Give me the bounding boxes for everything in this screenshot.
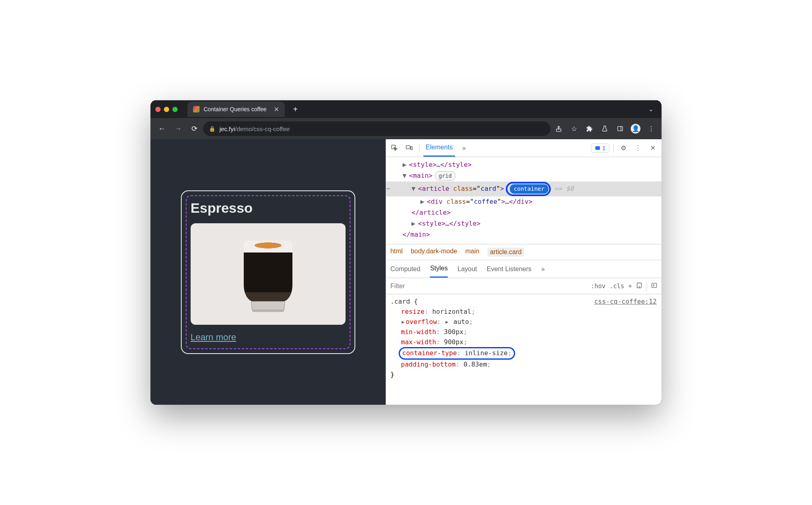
devtools-panel: Elements » 1 ⚙ ⋮ ✕ ▶ <style>…</style>	[386, 139, 662, 405]
collapse-icon[interactable]: ▼	[412, 184, 417, 194]
browser-tab[interactable]: Container Queries coffee ✕	[187, 101, 285, 117]
tab-event-listeners[interactable]: Event Listeners	[487, 260, 531, 278]
svg-rect-9	[652, 283, 657, 288]
css-declaration[interactable]: resize: horizontal;	[391, 307, 657, 317]
dom-node-article-close[interactable]: </article>	[386, 207, 662, 218]
css-declaration[interactable]: max-width: 900px;	[391, 337, 657, 347]
svg-point-8	[639, 287, 639, 287]
side-panel-icon[interactable]	[614, 122, 627, 135]
browser-toolbar: ← → ⟳ 🔒 jec.fyi/demo/css-cq-coffee ☆ 👤	[150, 118, 662, 139]
breadcrumb-main[interactable]: main	[465, 248, 479, 257]
bookmark-icon[interactable]: ☆	[567, 122, 580, 135]
tab-computed[interactable]: Computed	[391, 260, 421, 278]
dom-node-main[interactable]: ▼ <main> grid	[386, 170, 662, 181]
expand-icon[interactable]: ▶	[403, 160, 408, 170]
favicon-icon	[193, 106, 200, 112]
more-styles-tabs-icon[interactable]: »	[541, 260, 545, 278]
css-declaration[interactable]: min-width: 300px;	[391, 327, 657, 337]
card[interactable]: Espresso Learn more	[181, 190, 355, 354]
coffee-image	[191, 223, 346, 325]
container-badge[interactable]: container	[510, 184, 549, 194]
address-bar[interactable]: 🔒 jec.fyi/demo/css-cq-coffee	[203, 121, 550, 136]
lock-icon: 🔒	[209, 126, 215, 132]
back-button[interactable]: ←	[155, 121, 169, 136]
breadcrumb-article[interactable]: article.card	[488, 248, 524, 257]
settings-icon[interactable]: ⚙	[618, 142, 629, 154]
css-declaration[interactable]: padding-bottom: 0.83em;	[391, 360, 657, 370]
svg-rect-4	[406, 146, 410, 149]
breadcrumb-body[interactable]: body.dark-mode	[411, 248, 457, 257]
rendered-page: Espresso Learn more	[150, 139, 386, 405]
collapse-icon[interactable]: ▼	[403, 171, 408, 181]
inspect-icon[interactable]	[389, 142, 400, 154]
expand-icon[interactable]: ▶	[412, 219, 417, 229]
reload-button[interactable]: ⟳	[187, 121, 202, 136]
issues-count: 1	[602, 145, 606, 151]
tab-layout[interactable]: Layout	[458, 260, 477, 278]
css-declaration[interactable]: ▶overflow: ▶ auto;	[391, 317, 657, 327]
breadcrumb[interactable]: html body.dark-mode main article.card	[386, 244, 662, 260]
learn-more-link[interactable]: Learn more	[191, 332, 236, 343]
svg-rect-6	[595, 146, 600, 150]
styles-filter-bar: :hov .cls +	[386, 278, 662, 294]
profile-button[interactable]: 👤	[629, 122, 642, 135]
devtools-menu-icon[interactable]: ⋮	[632, 142, 644, 154]
url-path: /demo/css-cq-coffee	[235, 125, 290, 132]
close-window-icon[interactable]	[155, 107, 161, 112]
close-devtools-icon[interactable]: ✕	[647, 142, 658, 154]
minimize-window-icon[interactable]	[164, 107, 169, 112]
share-icon[interactable]	[552, 122, 565, 135]
dom-node-main-close[interactable]: </main>	[386, 229, 662, 240]
svg-rect-5	[410, 147, 412, 150]
expand-icon[interactable]: ▶	[421, 197, 426, 207]
more-tabs-icon[interactable]: »	[458, 142, 470, 154]
labs-icon[interactable]	[598, 122, 611, 135]
dom-node-style[interactable]: ▶ <style>…</style>	[386, 160, 662, 170]
device-rendering-icon[interactable]	[636, 282, 642, 290]
dom-tree[interactable]: ▶ <style>…</style> ▼ <main> grid ▼ <arti…	[386, 157, 662, 244]
browser-window: Container Queries coffee ✕ + ⌄ ← → ⟳ 🔒 j…	[150, 100, 662, 405]
tab-styles[interactable]: Styles	[430, 260, 448, 278]
svg-rect-1	[618, 127, 623, 131]
card-title: Espresso	[191, 200, 346, 216]
dom-node-article[interactable]: ▼ <article class="card"> container == $0	[386, 181, 662, 197]
elements-tab[interactable]: Elements	[423, 139, 455, 157]
computed-sidebar-icon[interactable]	[651, 282, 657, 290]
close-tab-icon[interactable]: ✕	[274, 106, 279, 113]
maximize-window-icon[interactable]	[172, 107, 178, 112]
avatar-icon: 👤	[631, 124, 640, 134]
issues-badge[interactable]: 1	[591, 143, 609, 153]
content-area: Espresso Learn more Elements »	[150, 139, 662, 405]
new-tab-button[interactable]: +	[289, 105, 302, 114]
extensions-icon[interactable]	[583, 122, 596, 135]
url-domain: jec.fyi	[219, 125, 235, 132]
container-badge-highlight: container	[506, 182, 551, 196]
hov-toggle[interactable]: :hov	[591, 283, 606, 290]
css-declaration[interactable]: container-type: inline-size;	[391, 347, 657, 360]
dom-node-div[interactable]: ▶ <div class="coffee">…</div>	[386, 196, 662, 207]
tab-strip: Container Queries coffee ✕ + ⌄	[150, 100, 662, 118]
window-controls	[155, 107, 178, 112]
styles-filter-input[interactable]	[386, 283, 591, 290]
devtools-toolbar: Elements » 1 ⚙ ⋮ ✕	[386, 139, 662, 157]
rule-close: }	[391, 370, 657, 380]
menu-button[interactable]: ⋮	[644, 122, 657, 135]
rule-source-link[interactable]: css-cq-coffee:12	[594, 297, 657, 307]
dom-node-style2[interactable]: ▶ <style>…</style>	[386, 218, 662, 229]
styles-rules[interactable]: css-cq-coffee:12 .card { resize: horizon…	[386, 294, 662, 382]
tab-title: Container Queries coffee	[204, 106, 266, 112]
console-ref: == $0	[554, 184, 574, 194]
toolbar-actions: ☆ 👤 ⋮	[552, 122, 657, 135]
styles-tabs: Computed Styles Layout Event Listeners »	[386, 260, 662, 278]
cls-toggle[interactable]: .cls	[610, 283, 624, 290]
device-toggle-icon[interactable]	[404, 142, 415, 154]
new-style-rule-button[interactable]: +	[628, 283, 632, 290]
breadcrumb-html[interactable]: html	[391, 248, 403, 257]
forward-button[interactable]: →	[171, 121, 185, 136]
tabs-menu-icon[interactable]: ⌄	[645, 106, 657, 112]
grid-badge[interactable]: grid	[435, 171, 455, 181]
